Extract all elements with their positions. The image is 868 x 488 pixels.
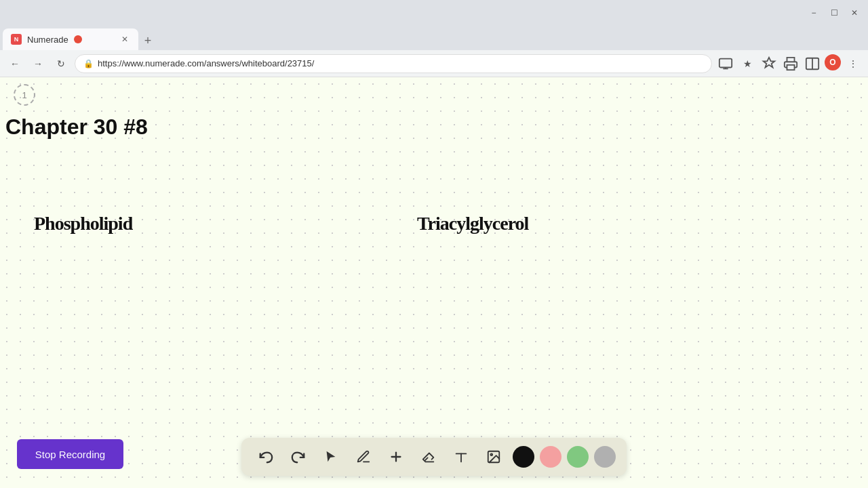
page-number: 1 bbox=[14, 84, 35, 106]
print-button[interactable] bbox=[781, 54, 800, 73]
color-gray-button[interactable] bbox=[594, 446, 616, 468]
eraser-tool-button[interactable] bbox=[415, 443, 442, 470]
minimize-button[interactable]: − bbox=[806, 7, 822, 19]
close-button[interactable]: ✕ bbox=[846, 7, 863, 19]
title-bar: − ☐ ✕ bbox=[0, 0, 868, 26]
extension-button[interactable] bbox=[760, 54, 778, 73]
address-bar[interactable]: 🔒 https://www.numerade.com/answers/white… bbox=[75, 54, 712, 73]
split-button[interactable] bbox=[803, 54, 822, 73]
undo-button[interactable] bbox=[252, 443, 279, 470]
profile-button[interactable]: O bbox=[825, 54, 841, 70]
text-tool-button[interactable] bbox=[448, 443, 475, 470]
tab-title: Numerade bbox=[27, 35, 68, 45]
color-pink-button[interactable] bbox=[540, 446, 561, 468]
bookmark-button[interactable]: ★ bbox=[738, 54, 757, 73]
tab-bar: N Numerade ✕ + bbox=[0, 26, 868, 50]
tab-close-button[interactable]: ✕ bbox=[119, 34, 130, 45]
pen-tool-button[interactable] bbox=[350, 443, 377, 470]
svg-rect-1 bbox=[787, 64, 795, 69]
maximize-button[interactable]: ☐ bbox=[826, 7, 842, 19]
address-text: https://www.numerade.com/answers/whitebo… bbox=[98, 58, 314, 68]
nav-actions: ★ O ⋮ bbox=[716, 54, 863, 73]
svg-rect-0 bbox=[719, 58, 732, 67]
refresh-button[interactable]: ↻ bbox=[52, 54, 71, 73]
add-button[interactable] bbox=[382, 443, 410, 470]
color-green-button[interactable] bbox=[567, 446, 589, 468]
tab-favicon: N bbox=[11, 34, 22, 45]
redo-button[interactable] bbox=[285, 443, 312, 470]
forward-button[interactable]: → bbox=[28, 54, 47, 73]
svg-point-9 bbox=[490, 453, 492, 455]
new-tab-button[interactable]: + bbox=[138, 31, 157, 50]
active-tab[interactable]: N Numerade ✕ bbox=[3, 28, 138, 50]
screen-record-button[interactable] bbox=[716, 54, 735, 73]
select-tool-button[interactable] bbox=[317, 443, 344, 470]
recording-indicator bbox=[74, 35, 82, 43]
lock-icon: 🔒 bbox=[83, 59, 94, 68]
image-tool-button[interactable] bbox=[480, 443, 507, 470]
nav-bar: ← → ↻ 🔒 https://www.numerade.com/answers… bbox=[0, 50, 868, 77]
back-button[interactable]: ← bbox=[5, 54, 24, 73]
toolbar bbox=[241, 438, 627, 476]
menu-button[interactable]: ⋮ bbox=[844, 54, 863, 73]
phospholipid-label: Phospholipid bbox=[34, 213, 132, 235]
color-black-button[interactable] bbox=[513, 446, 534, 468]
whiteboard: 1 Chapter 30 #8 Phospholipid Triacylglyc… bbox=[0, 77, 868, 488]
chapter-title: Chapter 30 #8 bbox=[5, 115, 148, 140]
browser-chrome: − ☐ ✕ N Numerade ✕ + ← → ↻ 🔒 https://www… bbox=[0, 0, 868, 77]
stop-recording-button[interactable]: Stop Recording bbox=[17, 439, 123, 469]
triacylglycerol-label: Triacylglycerol bbox=[417, 213, 528, 235]
